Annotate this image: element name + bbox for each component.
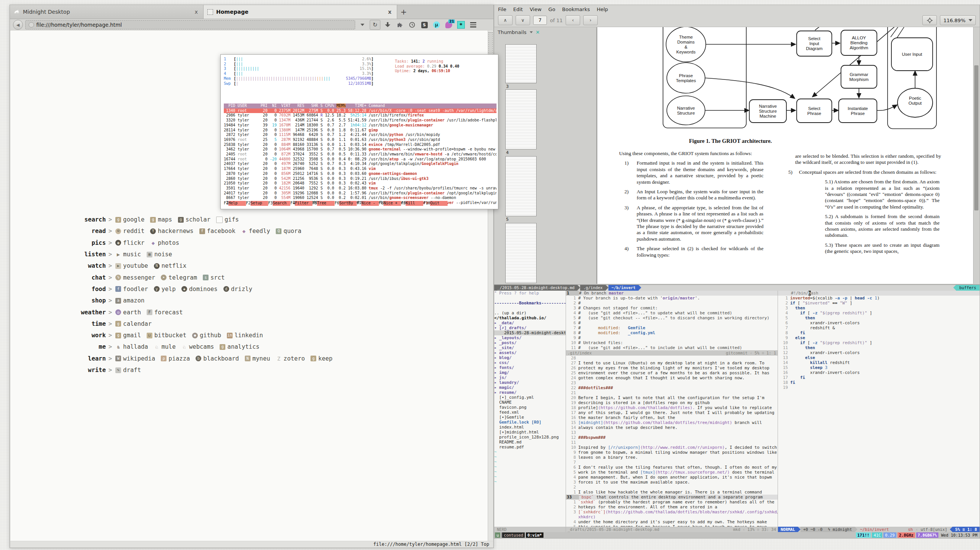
process-row[interactable]: 2860 tyler 20 0 542M 21256 9536 S 0.0 0.… [224,176,496,181]
process-row[interactable]: 2986 tyler 20 0 7692M 1453M 60864 R 12.5… [224,113,496,118]
link-music[interactable]: ▶music [115,251,141,258]
link-blackboard[interactable]: bblackboard [196,355,239,362]
fkey-F4[interactable]: F4Filter [290,201,312,206]
link-amazon[interactable]: aamazon [115,297,144,304]
link-earth[interactable]: ◎earth [115,309,141,316]
pinboard-asterisk-icon[interactable]: * [456,20,466,29]
process-row[interactable]: 2870 tyler 20 0 856M 25012 14716 S 0.0 0… [224,171,496,176]
stylish-icon[interactable]: S [419,20,429,29]
nerdtree-item[interactable]: ▸ assets/ [494,350,566,355]
back-button[interactable]: ◀ [13,20,23,30]
fkey-F2[interactable]: F2Setup [246,201,268,206]
fkey-F5[interactable]: F5Tree [312,201,335,206]
thumbnail-page-4[interactable] [505,89,537,149]
nerdtree-item[interactable]: ▸ _posts/ [494,340,566,345]
link-keep[interactable]: gkeep [310,355,332,362]
history-back-button[interactable]: ‹ [566,15,580,25]
link-reddit[interactable]: ☺reddit [115,228,144,235]
link-flickr[interactable]: ◉flickr [115,239,144,246]
link-gifs[interactable]: gifs [216,216,239,223]
process-row[interactable]: 16976 root 25 5 287M 92192 48884 S 0.0 1… [224,138,496,142]
process-row[interactable]: 21050 tyler 20 0 182M 20648 7552 S 0.0 0… [224,181,496,186]
tab-close-icon[interactable]: x [387,9,393,15]
nerdtree-item[interactable]: profile_icon_128x128.png [494,435,566,440]
byobu-tb-u[interactable]: u [495,532,500,538]
nerdtree-item[interactable]: ▸ magic/ [494,385,566,390]
nerdtree-item[interactable]: ▸ _site/ [494,345,566,350]
menu-file[interactable]: File [498,6,506,12]
link-feedly[interactable]: ◆feedly [241,228,270,235]
link-wikipedia[interactable]: Wwikipedia [115,355,155,362]
process-row[interactable]: 28114 tyler 20 0 1380M 147M 25196 S 0.0 … [224,128,496,133]
new-tab-button[interactable]: + [397,5,410,19]
fkey-F6[interactable]: F6SortBy [335,201,357,206]
nerdtree-item[interactable]: " Press ? for help [494,291,566,296]
nerdtree-item[interactable]: 2015-05-28-midnight-deskto [494,330,566,335]
link-mule[interactable]: ♘mule [154,343,176,350]
process-row[interactable]: 3501 tyler 20 0 42156 19640 1292 S 0.0 0… [224,186,496,191]
link-yelp[interactable]: yyelp [154,286,176,293]
vim-tab-0[interactable]: _/2015-05-28-midnight-desktop.md [494,285,577,291]
link-srct[interactable]: ssrct [203,274,225,281]
process-row[interactable]: 25838 tyler 20 0 884M 88160 33136 S 0.0 … [224,142,496,147]
link-piazza[interactable]: ρpiazza [161,355,190,362]
tab-midnight-desktop[interactable]: Midnight Desktop x [10,5,204,19]
nerdtree-item[interactable]: feed.xml [494,410,566,415]
vim-tab-2[interactable]: ~/b/invert [608,285,639,291]
nerdtree-item[interactable]: ~ [494,469,566,474]
fit-page-icon[interactable] [922,15,937,25]
nerdtree-item[interactable]: resume.pdf [494,445,566,450]
ublock-icon[interactable]: 21 [444,20,454,29]
link-youtube[interactable]: ▶youtube [115,262,148,269]
vim-tab-1[interactable]: .g/index [580,285,606,291]
process-row[interactable]: 3320 tyler 20 0 1347M 436M 21744 S 2.6 5… [224,118,496,123]
history-forward-button[interactable]: › [583,15,598,25]
menu-go[interactable]: Go [548,6,555,12]
browser-scrollbar-thumb[interactable] [488,32,493,55]
nerdtree-item[interactable]: index.html [494,425,566,430]
link-drizly[interactable]: ddrizly [223,286,252,293]
script-pane[interactable]: #!/bin/bash1inverted=$(xcalib -a -p | he… [778,291,980,532]
thumbnail-page-6[interactable] [505,223,537,283]
nerdtree-item[interactable]: ▾ [✗]_drafts/ [494,325,566,330]
process-row[interactable]: 1340 root 20 0 2375M 2012M 275M S 0.0 25… [224,108,496,113]
process-row[interactable]: 24037 tyler 20 0 497M 26740 5252 S 0.7 0… [224,162,496,167]
byobu-tb-host[interactable]: contused [501,532,525,538]
extension-puzzle-icon[interactable] [395,20,405,29]
page-number-input[interactable]: 7 [533,16,547,25]
nerdtree-item[interactable]: ~ [494,459,566,464]
fkey-F9[interactable]: F9Kill [401,201,423,206]
umatrix-icon[interactable]: μ [432,20,441,29]
page-down-button[interactable]: ∨ [516,15,530,25]
nerdtree-item[interactable]: Gemfile.lock [RO] [494,420,566,425]
nerdtree-item[interactable]: ▸ fonts/ [494,365,566,370]
nerdtree-item[interactable]: ▸ blog/ [494,355,566,360]
nerdtree-pane[interactable]: " Press ? for help----------Bookmarks---… [494,291,566,532]
fkey-F10[interactable]: F10Quit [423,201,448,206]
nerdtree-item[interactable]: ~ [494,474,566,479]
reload-button[interactable]: ↻ [370,20,380,30]
link-dominoes[interactable]: ◆dominoes [181,286,218,293]
link-noise[interactable]: ▦noise [147,251,172,258]
menu-help[interactable]: Help [597,6,608,12]
url-dropdown-icon[interactable] [357,20,367,29]
link-linkedin[interactable]: inlinkedin [227,332,263,339]
menu-bookmarks[interactable]: Bookmarks [562,6,590,12]
process-row[interactable]: 19484 tyler 39 19 1670M 214M 18300 S 0.7… [224,123,496,128]
process-row[interactable]: 3462 tyler 20 0 1064M 43968 15700 S 0.7 … [224,147,496,152]
nerdtree-item[interactable]: CNAME [494,400,566,405]
process-row[interactable]: 24017 tyler 20 0 305M 19296 12088 S 0.0 … [224,191,496,196]
tab-close-icon[interactable]: x [193,9,199,15]
link-zotero[interactable]: Zzotero [276,355,305,362]
process-row[interactable]: 2405 root 20 0 872M 37024 3552 S 0.0 0.5… [224,152,496,157]
nerdtree-item[interactable]: </thallada.github.io/ [494,315,566,320]
thumbnail-page-3[interactable] [505,44,537,83]
link-webcams[interactable]: ♘webcams [181,343,214,350]
link-calendar[interactable]: gcalendar [115,320,152,327]
link-maps[interactable]: gmaps [150,216,172,223]
link-messenger[interactable]: ϟmessenger [115,274,155,281]
link-foodler[interactable]: ffoodler [115,286,148,293]
sidebar-close-icon[interactable]: ✕ [536,29,540,35]
download-icon[interactable] [383,20,393,29]
link-netflix[interactable]: Nnetflix [154,262,186,269]
